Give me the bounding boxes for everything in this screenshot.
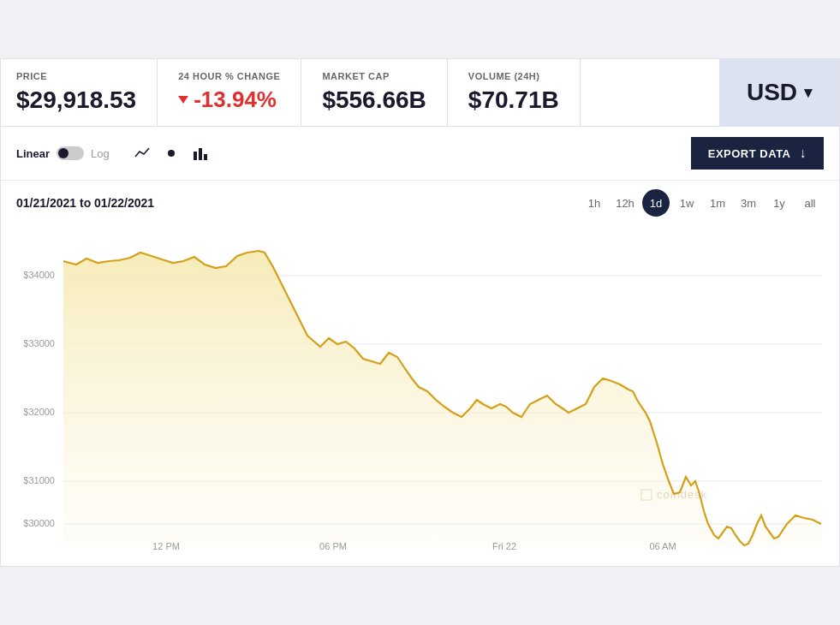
volume-label: VOLUME (24H) — [468, 71, 559, 81]
bar-chart-icon[interactable] — [188, 141, 212, 165]
stats-row: PRICE $29,918.53 24 HOUR % CHANGE -13.94… — [1, 59, 839, 127]
linear-label: Linear — [16, 147, 50, 160]
toggle-knob — [58, 148, 69, 158]
svg-text:$31000: $31000 — [23, 475, 55, 485]
change-label: 24 HOUR % CHANGE — [178, 71, 280, 81]
svg-text:06 PM: 06 PM — [319, 541, 347, 551]
svg-point-0 — [168, 150, 175, 157]
currency-selector[interactable]: USD ▾ — [747, 79, 812, 106]
volume-block: VOLUME (24H) $70.71B — [448, 59, 581, 126]
svg-text:coindesk: coindesk — [657, 488, 707, 501]
time-btn-1h[interactable]: 1h — [581, 189, 608, 217]
svg-text:Fri 22: Fri 22 — [492, 541, 516, 551]
svg-text:$30000: $30000 — [23, 518, 55, 528]
svg-text:$32000: $32000 — [23, 407, 55, 417]
svg-text:12 PM: 12 PM — [152, 541, 180, 551]
time-btn-1m[interactable]: 1m — [704, 189, 731, 217]
currency-dropdown-icon: ▾ — [804, 83, 812, 102]
marketcap-block: MARKET CAP $556.66B — [301, 59, 447, 126]
marketcap-value: $556.66B — [322, 86, 426, 114]
time-period-buttons: 1h 12h 1d 1w 1m 3m 1y all — [581, 189, 824, 217]
chart-area: $34000 $33000 $32000 $31000 $30000 — [1, 220, 839, 566]
scale-toggle-switch[interactable] — [57, 146, 84, 160]
price-block: PRICE $29,918.53 — [1, 59, 158, 126]
time-btn-all[interactable]: all — [796, 189, 824, 217]
main-container: PRICE $29,918.53 24 HOUR % CHANGE -13.94… — [0, 58, 840, 567]
log-label: Log — [91, 147, 110, 160]
price-chart: $34000 $33000 $32000 $31000 $30000 — [16, 220, 824, 554]
date-range-row: 01/21/2021 to 01/22/2021 1h 12h 1d 1w 1m… — [1, 181, 839, 220]
price-value: $29,918.53 — [16, 86, 136, 114]
svg-rect-3 — [204, 154, 207, 160]
time-btn-12h[interactable]: 12h — [611, 189, 639, 217]
scale-toggle: Linear Log — [16, 146, 110, 160]
time-btn-1w[interactable]: 1w — [673, 189, 700, 217]
download-icon: ↓ — [800, 146, 807, 161]
line-chart-icon[interactable] — [130, 141, 154, 165]
price-label: PRICE — [16, 71, 136, 81]
svg-text:$34000: $34000 — [23, 270, 55, 280]
controls-row: Linear Log — [1, 127, 839, 181]
dot-chart-icon[interactable] — [159, 141, 183, 165]
change-block: 24 HOUR % CHANGE -13.94% — [158, 59, 301, 126]
change-value: -13.94% — [178, 86, 280, 113]
currency-block[interactable]: USD ▾ — [719, 59, 839, 126]
svg-text:06 AM: 06 AM — [649, 541, 676, 551]
marketcap-label: MARKET CAP — [322, 71, 426, 81]
svg-text:$33000: $33000 — [23, 338, 55, 348]
time-btn-1y[interactable]: 1y — [766, 189, 793, 217]
time-btn-3m[interactable]: 3m — [735, 189, 762, 217]
time-btn-1d[interactable]: 1d — [642, 189, 670, 217]
date-range: 01/21/2021 to 01/22/2021 — [16, 196, 154, 210]
svg-rect-1 — [194, 152, 197, 160]
chart-svg-container: $34000 $33000 $32000 $31000 $30000 — [16, 220, 824, 557]
chart-type-icons — [130, 141, 212, 165]
volume-value: $70.71B — [468, 86, 559, 114]
export-button[interactable]: EXPORT DATA ↓ — [691, 137, 824, 170]
arrow-down-icon — [178, 96, 188, 104]
svg-rect-2 — [199, 148, 202, 160]
